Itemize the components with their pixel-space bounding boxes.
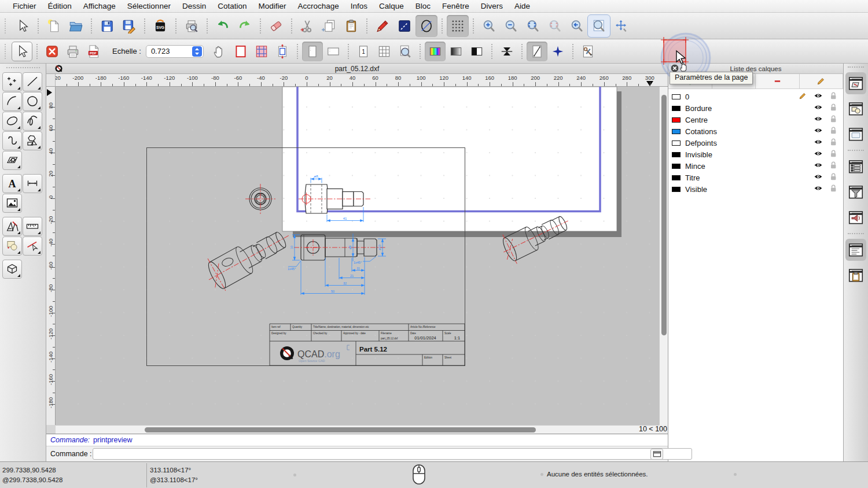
toolbar-handle[interactable] <box>5 19 7 34</box>
scale-combobox[interactable]: 0.723 <box>146 45 204 58</box>
print-button[interactable] <box>62 42 83 61</box>
menu-modifier[interactable]: Modifier <box>252 2 292 10</box>
layer-row-centre[interactable]: Centre <box>668 114 843 125</box>
edit-pencil-button[interactable] <box>372 15 393 37</box>
tool-spline-button[interactable] <box>23 112 42 131</box>
page-diagonal-button[interactable] <box>527 42 547 61</box>
tool-draw-tools-button[interactable] <box>2 217 22 236</box>
layer-row-titre[interactable]: Titre <box>668 172 843 183</box>
lock-icon[interactable] <box>829 149 837 158</box>
menu-dessin[interactable]: Dessin <box>176 2 212 10</box>
crosshair-blue-button[interactable] <box>547 42 568 61</box>
eye-icon[interactable] <box>814 103 823 112</box>
grayscale-button[interactable] <box>446 42 466 61</box>
redo-button[interactable] <box>234 15 256 37</box>
lock-icon[interactable] <box>829 91 837 100</box>
tool-line-button[interactable] <box>23 72 42 91</box>
lock-icon[interactable] <box>829 103 837 112</box>
horizontal-scrollbar[interactable] <box>56 425 659 434</box>
menu-fentre[interactable]: Fenêtre <box>436 2 475 10</box>
tool-measure-button[interactable] <box>23 217 42 236</box>
tool-block-button[interactable] <box>2 236 22 256</box>
dock-properties-button[interactable] <box>845 239 866 261</box>
tool-dimension-button[interactable] <box>23 174 42 193</box>
paste-button[interactable] <box>340 15 362 37</box>
dock-blocks-button[interactable] <box>845 98 866 120</box>
lock-icon[interactable] <box>829 114 837 123</box>
ellipse-diagonal-button[interactable] <box>415 15 437 37</box>
dock-filter-button[interactable] <box>845 181 866 203</box>
grid-toggle-button[interactable] <box>447 15 469 37</box>
toolbox-handle[interactable] <box>6 67 40 68</box>
eye-icon[interactable] <box>814 149 823 158</box>
pan-hand-button[interactable] <box>209 42 230 61</box>
menu-divers[interactable]: Divers <box>475 2 509 10</box>
save-as-button[interactable] <box>118 15 140 37</box>
dock-handle[interactable] <box>848 66 864 68</box>
eye-icon[interactable] <box>814 161 823 169</box>
undo-button[interactable] <box>212 15 234 37</box>
eye-icon[interactable] <box>814 126 823 135</box>
eye-icon[interactable] <box>814 114 823 123</box>
fit-page-button[interactable] <box>272 42 293 61</box>
document-tab-title[interactable]: part_05.12.dxf <box>46 65 668 73</box>
pointer-arrow-button[interactable] <box>12 15 34 37</box>
horizontal-scrollbar-thumb[interactable] <box>145 427 536 432</box>
multi-page-button[interactable] <box>374 42 395 61</box>
pointer-arrow-button[interactable] <box>12 42 32 61</box>
page-settings-button[interactable] <box>578 42 598 61</box>
lock-icon[interactable] <box>829 161 837 169</box>
save-file-button[interactable] <box>96 15 118 37</box>
pdf-export-button[interactable]: PDF <box>83 42 104 61</box>
hourglass-button[interactable] <box>496 42 517 61</box>
line-box-button[interactable] <box>393 15 415 37</box>
black-white-button[interactable] <box>466 42 487 61</box>
tool-select-entity-button[interactable] <box>23 236 42 256</box>
tool-points-button[interactable] <box>2 72 22 91</box>
vertical-scrollbar[interactable] <box>659 87 668 425</box>
layer-row-bordure[interactable]: Bordure <box>668 102 843 114</box>
vertical-scrollbar-thumb[interactable] <box>661 95 667 335</box>
lock-icon[interactable] <box>829 138 837 146</box>
menu-calque[interactable]: Calque <box>373 2 410 10</box>
drawing-canvas[interactable]: Item ref Quantity Title/Name, destinatio… <box>56 87 668 425</box>
toolbar-handle[interactable] <box>5 44 7 59</box>
zoom-page-button[interactable] <box>395 42 415 61</box>
tool-image-button[interactable] <box>2 194 22 213</box>
copy-button[interactable] <box>318 15 340 37</box>
menu-accrochage[interactable]: Accrochage <box>292 2 344 10</box>
full-color-button[interactable] <box>425 42 446 61</box>
eye-icon[interactable] <box>814 138 823 146</box>
dock-layers-button[interactable] <box>845 72 866 94</box>
window-zoom-button[interactable] <box>588 15 610 37</box>
new-file-button[interactable] <box>43 15 65 37</box>
command-input[interactable] <box>93 448 692 460</box>
layer-row-visible[interactable]: Visible <box>668 183 843 195</box>
zoom-out-button[interactable] <box>500 15 522 37</box>
previous-view-button[interactable] <box>566 15 588 37</box>
menu-infos[interactable]: Infos <box>345 2 373 10</box>
open-file-button[interactable] <box>65 15 87 37</box>
tool-arc-button[interactable] <box>2 92 22 111</box>
layer-row-invisible[interactable]: Invisible <box>668 149 843 160</box>
eye-icon[interactable] <box>814 184 823 193</box>
dock-command-button[interactable] <box>845 206 866 228</box>
menu-bloc[interactable]: Bloc <box>410 2 436 10</box>
layer-row-defpoints[interactable]: Defpoints <box>668 137 843 149</box>
remove-layer-button[interactable] <box>756 74 800 88</box>
tool-box-3d-button[interactable] <box>2 260 22 279</box>
stepper-icon[interactable] <box>192 46 202 57</box>
svg-export-button[interactable]: SVG <box>149 15 171 37</box>
dock-clipboard-button[interactable] <box>845 264 866 286</box>
tool-text-button[interactable]: A <box>2 174 22 193</box>
tool-hatch-button[interactable] <box>2 151 22 170</box>
lock-icon[interactable] <box>829 172 837 181</box>
print-preview-button[interactable] <box>181 15 203 37</box>
eye-icon[interactable] <box>814 91 823 100</box>
lock-icon[interactable] <box>829 126 837 135</box>
layer-row-cotations[interactable]: Cotations <box>668 125 843 137</box>
portrait-button[interactable] <box>302 42 323 61</box>
tool-circle-button[interactable] <box>23 92 42 111</box>
menu-fichier[interactable]: Fichier <box>7 2 42 10</box>
menu-affichage[interactable]: Affichage <box>78 2 122 10</box>
